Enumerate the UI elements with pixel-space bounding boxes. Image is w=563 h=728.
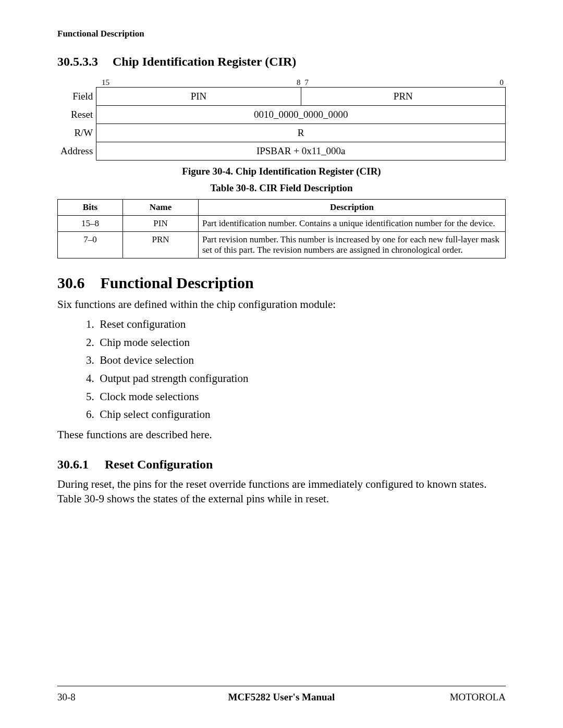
bit-label: 0 bbox=[498, 78, 506, 87]
list-item: 4. Output pad strength configuration bbox=[86, 370, 506, 387]
list-item: 3. Boot device selection bbox=[86, 352, 506, 369]
row-label: Field bbox=[57, 88, 96, 106]
section-number: 30.6 bbox=[57, 274, 96, 292]
register-field-lo: PRN bbox=[301, 88, 505, 106]
row-label: Reset bbox=[57, 106, 96, 124]
row-label: Address bbox=[57, 142, 96, 161]
cell-name: PRN bbox=[123, 232, 199, 258]
manual-title: MCF5282 User's Manual bbox=[57, 692, 506, 703]
footer-rule bbox=[57, 686, 506, 686]
register-diagram: 15 8 7 0 Field PIN PRN Reset 0010_0000_0… bbox=[57, 78, 506, 161]
row-label: R/W bbox=[57, 124, 96, 142]
page-number: 30-8 bbox=[57, 692, 76, 703]
register-address-value: IPSBAR + 0x11_000a bbox=[96, 142, 506, 161]
register-row-rw: R/W R bbox=[57, 124, 506, 142]
section-title: Chip Identification Register (CIR) bbox=[113, 55, 296, 68]
figure-caption: Figure 30-4. Chip Identification Registe… bbox=[57, 166, 506, 177]
numbered-list: 1. Reset configuration 2. Chip mode sele… bbox=[86, 316, 506, 423]
register-reset-value: 0010_0000_0000_0000 bbox=[96, 106, 506, 124]
field-description-table: Bits Name Description 15–8 PIN Part iden… bbox=[57, 199, 506, 258]
cell-bits: 15–8 bbox=[58, 216, 123, 232]
cell-name: PIN bbox=[123, 216, 199, 232]
page: Functional Description 30.5.3.3 Chip Ide… bbox=[0, 0, 563, 728]
table-row: 7–0 PRN Part revision number. This numbe… bbox=[58, 232, 506, 258]
register-bit-labels: 15 8 7 0 bbox=[57, 78, 506, 87]
bit-label: 15 bbox=[100, 78, 112, 87]
register-row-field: Field PIN PRN bbox=[57, 88, 506, 106]
page-footer: 30-8 MCF5282 User's Manual MOTOROLA bbox=[57, 692, 506, 703]
list-item: 1. Reset configuration bbox=[86, 316, 506, 333]
section-title: Functional Description bbox=[101, 274, 254, 291]
paragraph: These functions are described here. bbox=[57, 427, 506, 442]
cell-bits: 7–0 bbox=[58, 232, 123, 258]
paragraph: During reset, the pins for the reset ove… bbox=[57, 477, 506, 507]
register-table: Field PIN PRN Reset 0010_0000_0000_0000 … bbox=[57, 87, 506, 161]
vendor-name: MOTOROLA bbox=[450, 692, 506, 703]
bit-label: 8 bbox=[295, 78, 303, 87]
register-rw-value: R bbox=[96, 124, 506, 142]
register-row-address: Address IPSBAR + 0x11_000a bbox=[57, 142, 506, 161]
table-header-row: Bits Name Description bbox=[58, 200, 506, 216]
cell-desc: Part identification number. Contains a u… bbox=[199, 216, 506, 232]
table-caption: Table 30-8. CIR Field Description bbox=[57, 182, 506, 194]
register-row-reset: Reset 0010_0000_0000_0000 bbox=[57, 106, 506, 124]
section-heading-functional-description: 30.6 Functional Description bbox=[57, 274, 506, 292]
paragraph: Six functions are defined within the chi… bbox=[57, 297, 506, 312]
col-header-desc: Description bbox=[199, 200, 506, 216]
col-header-bits: Bits bbox=[58, 200, 123, 216]
table-row: 15–8 PIN Part identification number. Con… bbox=[58, 216, 506, 232]
bit-label: 7 bbox=[303, 78, 311, 87]
register-field-hi: PIN bbox=[96, 88, 301, 106]
cell-desc: Part revision number. This number is inc… bbox=[199, 232, 506, 258]
col-header-name: Name bbox=[123, 200, 199, 216]
section-heading-cir: 30.5.3.3 Chip Identification Register (C… bbox=[57, 55, 506, 69]
section-number: 30.6.1 bbox=[57, 458, 102, 472]
section-number: 30.5.3.3 bbox=[57, 55, 109, 69]
section-title: Reset Configuration bbox=[105, 458, 213, 471]
section-heading-reset-configuration: 30.6.1 Reset Configuration bbox=[57, 458, 506, 472]
list-item: 2. Chip mode selection bbox=[86, 334, 506, 351]
running-header: Functional Description bbox=[57, 29, 506, 39]
list-item: 5. Clock mode selections bbox=[86, 388, 506, 405]
list-item: 6. Chip select configuration bbox=[86, 406, 506, 423]
